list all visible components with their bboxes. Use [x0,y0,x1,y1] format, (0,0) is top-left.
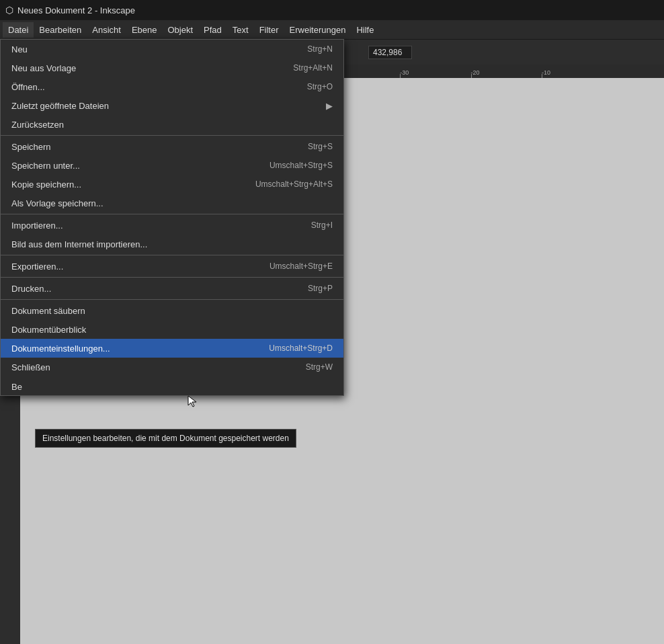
menu-neu[interactable]: Neu Strg+N [1,40,343,58]
menu-drucken[interactable]: Drucken... Strg+P [1,279,343,298]
menu-speichern-label: Speichern [11,142,292,152]
app-icon: ⬡ [5,5,13,15]
menu-speichern-unter-label: Speichern unter... [11,161,253,171]
menu-als-vorlage[interactable]: Als Vorlage speichern... [1,194,343,212]
menu-ansicht[interactable]: Ansicht [87,22,126,38]
menu-dokumenteinstellungen-shortcut: Umschalt+Strg+D [269,344,333,353]
menu-importieren-shortcut: Strg+I [311,220,333,230]
datei-dropdown: Neu Strg+N Neu aus Vorlage Strg+Alt+N Öf… [0,39,344,396]
menu-neu-vorlage[interactable]: Neu aus Vorlage Strg+Alt+N [1,58,343,77]
sep-1 [1,135,343,136]
menu-schliessen-label: Schließen [11,362,290,372]
menu-pfad[interactable]: Pfad [198,22,227,38]
menu-beenden-label: Be [11,382,333,392]
menu-drucken-shortcut: Strg+P [308,284,333,293]
window-title: Neues Dokument 2 - Inkscape [17,5,135,15]
menu-exportieren-shortcut: Umschalt+Strg+E [269,261,333,271]
menu-speichern-unter-shortcut: Umschalt+Strg+S [269,161,333,170]
menu-zuruecksetzen-label: Zurücksetzen [11,120,333,130]
menu-dokument-saeubern-label: Dokument säubern [11,306,333,316]
sep-5 [1,299,343,300]
menu-datei[interactable]: Datei [3,22,34,38]
menu-objekt[interactable]: Objekt [162,22,198,38]
ruler-tick-20: -20 [471,69,480,76]
title-bar: ⬡ Neues Dokument 2 - Inkscape [0,0,664,20]
menu-exportieren[interactable]: Exportieren... Umschalt+Strg+E [1,257,343,276]
menu-neu-vorlage-label: Neu aus Vorlage [11,63,277,73]
menu-exportieren-label: Exportieren... [11,261,253,272]
menu-importieren[interactable]: Importieren... Strg+I [1,216,343,235]
ruler-tick-30: -30 [400,69,409,76]
ruler-tick-10: -10 [542,69,550,76]
menu-neu-vorlage-shortcut: Strg+Alt+N [293,63,333,73]
menu-neu-shortcut: Strg+N [307,44,333,54]
menu-dokumenteinstellungen-label: Dokumenteinstellungen... [11,344,253,354]
b-value[interactable]: 432,986 [368,46,412,59]
sep-3 [1,255,343,255]
menu-bar: Datei Bearbeiten Ansicht Ebene Objekt Pf… [0,20,664,39]
menu-oeffnen-label: Öffnen... [11,82,291,92]
menu-dokument-saeubern[interactable]: Dokument säubern [1,301,343,320]
menu-zuruecksetzen[interactable]: Zurücksetzen [1,115,343,134]
menu-neu-label: Neu [11,44,291,54]
menu-oeffnen-shortcut: Strg+O [307,82,333,91]
menu-kopie-speichern[interactable]: Kopie speichern... Umschalt+Strg+Alt+S [1,175,343,194]
menu-speichern-unter[interactable]: Speichern unter... Umschalt+Strg+S [1,156,343,175]
menu-text[interactable]: Text [227,22,254,38]
menu-bild-internet-label: Bild aus dem Internet importieren... [11,239,333,249]
menu-erweiterungen[interactable]: Erweiterungen [284,22,351,38]
menu-filter[interactable]: Filter [254,22,284,38]
menu-zuletzt-label: Zuletzt geöffnete Dateien [11,101,321,111]
menu-hilfe[interactable]: Hilfe [351,22,379,38]
menu-zuletzt[interactable]: Zuletzt geöffnete Dateien ▶ [1,96,343,115]
menu-bearbeiten[interactable]: Bearbeiten [34,22,87,38]
menu-schliessen[interactable]: Schließen Strg+W [1,358,343,376]
menu-schliessen-shortcut: Strg+W [306,362,333,372]
menu-als-vorlage-label: Als Vorlage speichern... [11,198,333,208]
menu-beenden-partial[interactable]: Be [1,376,343,395]
menu-dokumentueberblick-label: Dokumentüberblick [11,325,333,335]
menu-zuletzt-arrow: ▶ [326,101,333,111]
sep-2 [1,214,343,214]
menu-dokumenteinstellungen[interactable]: Dokumenteinstellungen... Umschalt+Strg+D [1,339,343,358]
menu-importieren-label: Importieren... [11,220,295,231]
menu-ebene[interactable]: Ebene [126,22,163,38]
menu-kopie-speichern-label: Kopie speichern... [11,179,239,190]
menu-speichern-shortcut: Strg+S [308,142,333,151]
menu-drucken-label: Drucken... [11,284,292,294]
menu-bild-internet[interactable]: Bild aus dem Internet importieren... [1,235,343,253]
sep-4 [1,277,343,278]
menu-dokumentueberblick[interactable]: Dokumentüberblick [1,320,343,339]
menu-kopie-speichern-shortcut: Umschalt+Strg+Alt+S [255,179,333,189]
menu-speichern[interactable]: Speichern Strg+S [1,137,343,156]
menu-oeffnen[interactable]: Öffnen... Strg+O [1,77,343,96]
